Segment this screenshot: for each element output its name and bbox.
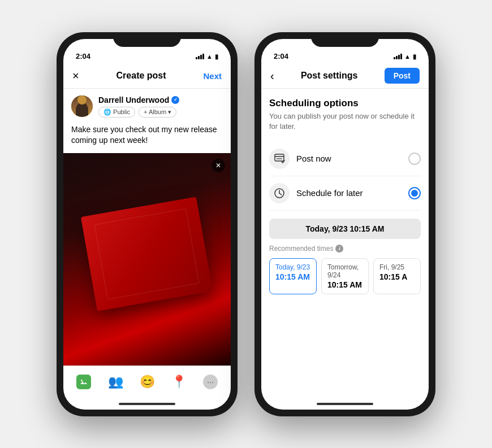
slot-time-0: 10:15 AM (275, 272, 310, 281)
scheduling-title: Scheduling options (269, 98, 421, 109)
album-tag[interactable]: + Album ▾ (139, 107, 176, 118)
avatar (71, 95, 93, 117)
time-slot-0[interactable]: Today, 9/23 10:15 AM (269, 258, 317, 294)
verified-badge: ✓ (171, 96, 179, 104)
wifi-icon-1: ▲ (206, 53, 213, 60)
svg-point-1 (81, 380, 83, 381)
avatar-head (77, 95, 87, 105)
photos-toolbar-button[interactable] (74, 372, 94, 392)
avatar-image (71, 95, 93, 117)
photos-icon (76, 375, 91, 389)
schedule-later-left: Schedule for later (269, 183, 363, 203)
recommended-label-text: Recommended times (269, 245, 333, 253)
more-toolbar-button[interactable]: ··· (200, 372, 221, 392)
emoji-icon: 😊 (140, 375, 155, 389)
phone-post-settings: 2:04 ▲ ▮ ‹ Post settings Post Scheduling… (254, 32, 435, 416)
scheduling-subtitle: You can publish your post now or schedul… (269, 111, 421, 132)
post-image-background (63, 153, 231, 366)
tag-toolbar-button[interactable]: 👥 (105, 372, 126, 392)
battery-icon-1: ▮ (215, 53, 218, 60)
slot-date-1: Tomorrow, 9/24 (327, 263, 362, 279)
post-button[interactable]: Post (385, 68, 420, 84)
close-button[interactable]: × (72, 69, 79, 82)
red-card-visual (81, 197, 213, 311)
schedule-later-option[interactable]: Schedule for later (269, 176, 421, 211)
home-indicator-1 (63, 398, 231, 410)
svg-rect-0 (79, 377, 89, 387)
notch (113, 32, 181, 47)
location-toolbar-button[interactable]: 📍 (169, 372, 189, 392)
location-icon: 📍 (171, 375, 187, 389)
image-close-button[interactable]: ✕ (212, 159, 225, 172)
post-now-label: Post now (296, 154, 331, 163)
signal-icon-2 (394, 54, 402, 59)
slot-date-2: Fri, 9/25 (379, 263, 415, 271)
schedule-later-icon (269, 183, 290, 203)
post-image-container: ✕ (63, 153, 231, 366)
avatar-figure (76, 102, 88, 117)
signal-icon-1 (196, 54, 204, 59)
user-tags: 🌐 Public + Album ▾ (98, 107, 179, 118)
more-icon: ··· (203, 375, 218, 389)
status-icons-2: ▲ ▮ (394, 53, 416, 60)
schedule-later-radio[interactable] (408, 187, 421, 199)
post-settings-content: Scheduling options You can publish your … (261, 89, 429, 398)
radio-selected-dot (411, 190, 418, 197)
status-time-1: 2:04 (76, 52, 90, 60)
user-name: Darrell Underwood (98, 95, 169, 105)
battery-icon-2: ▮ (413, 53, 416, 60)
slot-time-2: 10:15 A (379, 272, 415, 281)
post-text[interactable]: Make sure you check out my new release c… (63, 122, 231, 153)
recommended-label: Recommended times i (269, 245, 421, 253)
user-row: Darrell Underwood ✓ 🌐 Public + Album ▾ (63, 89, 231, 122)
time-slot-1[interactable]: Tomorrow, 9/24 10:15 AM (321, 258, 369, 294)
bottom-toolbar: 👥 😊 📍 ··· (63, 366, 231, 398)
info-icon[interactable]: i (335, 245, 343, 253)
scheduling-section: Scheduling options You can publish your … (261, 89, 429, 398)
post-now-radio[interactable] (408, 153, 421, 165)
svg-rect-2 (275, 154, 284, 161)
user-info: Darrell Underwood ✓ 🌐 Public + Album ▾ (98, 95, 179, 118)
public-tag[interactable]: 🌐 Public (98, 107, 135, 118)
time-slots: Today, 9/23 10:15 AM Tomorrow, 9/24 10:1… (269, 258, 421, 294)
nav-title-post-settings: Post settings (301, 71, 357, 81)
tag-icon: 👥 (108, 375, 123, 389)
slot-date-0: Today, 9/23 (275, 263, 310, 271)
nav-bar-create-post: × Create post Next (63, 64, 231, 89)
home-bar-2 (317, 403, 373, 405)
emoji-toolbar-button[interactable]: 😊 (137, 372, 157, 392)
nav-bar-post-settings: ‹ Post settings Post (261, 64, 429, 89)
home-indicator-2 (261, 398, 429, 410)
nav-title-create-post: Create post (116, 71, 166, 81)
back-button[interactable]: ‹ (270, 69, 274, 82)
notch-2 (311, 32, 379, 47)
post-now-option[interactable]: Post now (269, 142, 421, 176)
slot-time-1: 10:15 AM (327, 280, 362, 289)
create-post-content: Darrell Underwood ✓ 🌐 Public + Album ▾ M… (63, 89, 231, 398)
svg-line-7 (279, 193, 282, 195)
time-slot-2[interactable]: Fri, 9/25 10:15 A (373, 258, 421, 294)
status-time-2: 2:04 (274, 52, 288, 60)
wifi-icon-2: ▲ (404, 53, 411, 60)
next-button[interactable]: Next (203, 71, 222, 81)
post-now-left: Post now (269, 149, 331, 169)
phone-create-post: 2:04 ▲ ▮ × Create post Next (57, 32, 238, 416)
status-icons-1: ▲ ▮ (196, 53, 218, 60)
user-name-row: Darrell Underwood ✓ (98, 95, 179, 105)
home-bar-1 (119, 403, 175, 405)
schedule-later-label: Schedule for later (296, 188, 363, 198)
date-selector[interactable]: Today, 9/23 10:15 AM (269, 219, 421, 239)
post-now-icon (269, 149, 290, 169)
